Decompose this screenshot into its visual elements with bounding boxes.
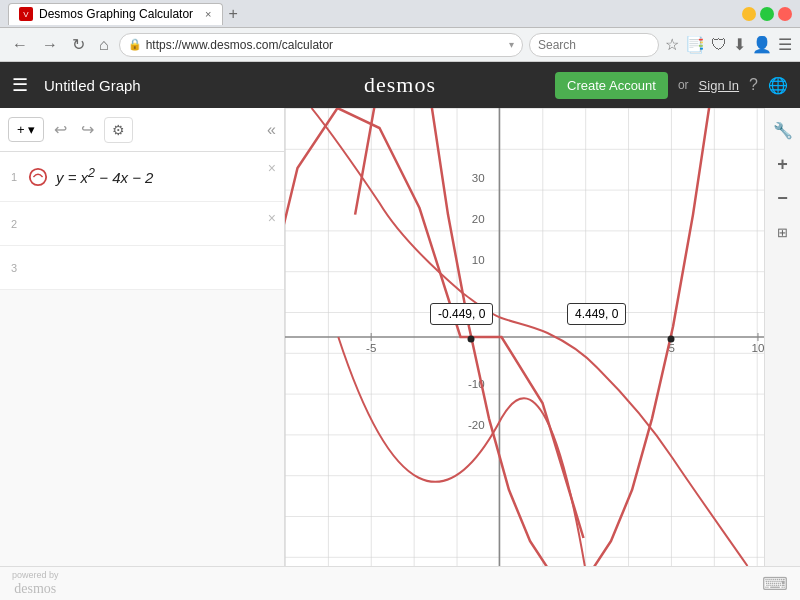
svg-text:-10: -10 [468,378,485,390]
expression-list: 1 y = x2 − 4x − 2 × 2 × [0,152,284,566]
tooltip-point2: 4.449, 0 [567,303,626,325]
new-tab-button[interactable]: + [223,5,244,23]
window-controls [742,7,792,21]
dropdown-icon: ▾ [509,39,514,50]
toolbar-icons: ☆ 📑 🛡 ⬇ 👤 ☰ [665,35,792,54]
shield-icon[interactable]: 🛡 [711,36,727,54]
undo-button[interactable]: ↩ [50,116,71,143]
browser-titlebar: V Desmos Graphing Calculator × + [0,0,800,28]
search-input[interactable] [529,33,659,57]
expression-item[interactable]: 2 × [0,202,284,246]
user-icon[interactable]: 👤 [752,35,772,54]
svg-text:-5: -5 [366,342,376,354]
home-view-button[interactable]: ⊞ [769,218,797,246]
graph-point2 [668,336,675,343]
close-button[interactable] [778,7,792,21]
svg-point-0 [30,168,46,184]
settings-button[interactable]: ⚙ [104,117,133,143]
tooltip-point1: -0.449, 0 [430,303,493,325]
graph-parabola [285,108,800,566]
left-panel: + ▾ ↩ ↪ ⚙ « 1 y = x2 − 4x − 2 [0,108,285,566]
hamburger-menu[interactable]: ☰ [12,74,28,96]
browser-tab[interactable]: V Desmos Graphing Calculator × [8,3,223,25]
expression-color-icon [28,167,48,187]
svg-rect-2 [285,108,800,566]
expression-item[interactable]: 1 y = x2 − 4x − 2 × [0,152,284,202]
address-bar[interactable]: 🔒 https://www.desmos.com/calculator ▾ [119,33,523,57]
expression-content: y = x2 − 4x − 2 [56,166,278,187]
signin-link[interactable]: Sign In [699,78,739,93]
expression-number: 1 [6,171,22,183]
svg-text:5: 5 [669,342,675,354]
final-parabola [285,108,775,566]
url-text: https://www.desmos.com/calculator [146,38,509,52]
add-expression-button[interactable]: + ▾ [8,117,44,142]
lock-icon: 🔒 [128,38,142,51]
panel-toolbar: + ▾ ↩ ↪ ⚙ « [0,108,284,152]
main-layout: + ▾ ↩ ↪ ⚙ « 1 y = x2 − 4x − 2 [0,108,800,566]
create-account-button[interactable]: Create Account [555,72,668,99]
graph-area[interactable]: -5 5 10 30 20 10 -10 -20 [285,108,800,566]
settings-icon[interactable]: ☰ [778,35,792,54]
download-icon[interactable]: ⬇ [733,35,746,54]
bottom-bar: powered by desmos ⌨ [0,566,800,600]
zoom-in-button[interactable]: + [769,150,797,178]
tab-close-button[interactable]: × [205,8,211,20]
svg-text:10: 10 [472,254,485,266]
zoom-out-button[interactable]: − [769,184,797,212]
expression-number: 3 [6,262,22,274]
redo-button[interactable]: ↪ [77,116,98,143]
graph-toolbar: 🔧 + − ⊞ [764,108,800,566]
graph-point1 [468,336,475,343]
svg-text:-20: -20 [468,419,485,431]
browser-addressbar: ← → ↻ ⌂ 🔒 https://www.desmos.com/calcula… [0,28,800,62]
app-title: Untitled Graph [44,77,141,94]
expression-delete-button[interactable]: × [268,160,276,176]
powered-by-label: powered by [12,570,59,580]
minimize-button[interactable] [742,7,756,21]
graph-grid: -5 5 10 30 20 10 -10 -20 [285,108,800,566]
tab-favicon: V [19,7,33,21]
expression-item[interactable]: 3 [0,246,284,290]
powered-by: powered by desmos [12,570,59,597]
parabola-svg [285,108,800,566]
expression-number: 2 [6,218,22,230]
expression-formula: y = x2 − 4x − 2 [56,169,153,186]
home-button[interactable]: ⌂ [95,34,113,56]
keyboard-button[interactable]: ⌨ [762,573,788,595]
wrench-button[interactable]: 🔧 [769,116,797,144]
help-button[interactable]: ? [749,76,758,94]
svg-text:10: 10 [752,342,765,354]
forward-button[interactable]: → [38,34,62,56]
maximize-button[interactable] [760,7,774,21]
header-right: Create Account or Sign In ? 🌐 [555,72,788,99]
collapse-button[interactable]: « [267,121,276,139]
svg-text:20: 20 [472,213,485,225]
refresh-button[interactable]: ↻ [68,33,89,56]
or-text: or [678,78,689,92]
svg-text:30: 30 [472,172,485,184]
desmos-brand-label: desmos [14,581,56,597]
desmos-logo: desmos [364,72,436,98]
star-icon[interactable]: ☆ [665,35,679,54]
expression-delete-button[interactable]: × [268,210,276,226]
bookmark-icon[interactable]: 📑 [685,35,705,54]
app-header: ☰ Untitled Graph desmos Create Account o… [0,62,800,108]
graph-curve [285,108,800,566]
tab-title: Desmos Graphing Calculator [39,7,193,21]
globe-button[interactable]: 🌐 [768,76,788,95]
back-button[interactable]: ← [8,34,32,56]
